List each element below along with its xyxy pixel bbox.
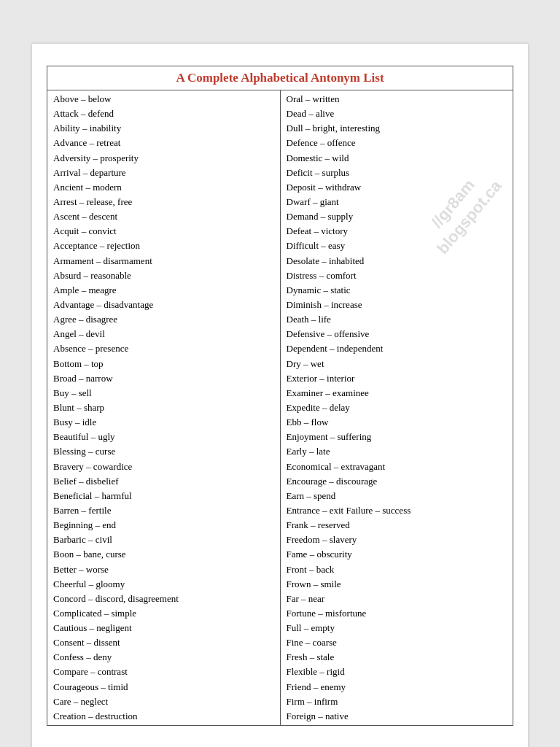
list-item: Ebb – flow bbox=[287, 415, 508, 430]
list-item: Care – neglect bbox=[53, 694, 274, 709]
list-item: Consent – dissent bbox=[53, 635, 274, 650]
list-item: Friend – enemy bbox=[287, 680, 508, 694]
list-item: Boon – bane, curse bbox=[53, 547, 274, 562]
list-item: Confess – deny bbox=[53, 650, 274, 665]
list-item: Defeat – victory bbox=[287, 224, 508, 239]
list-item: Entrance – exit Failure – success bbox=[287, 503, 508, 518]
list-item: Deposit – withdraw bbox=[287, 180, 508, 195]
list-item: Ample – meagre bbox=[53, 283, 274, 298]
list-item: Bottom – top bbox=[53, 357, 274, 371]
page-title: A Complete Alphabetical Antonym List bbox=[47, 66, 513, 90]
list-item: Economical – extravagant bbox=[287, 460, 508, 474]
list-item: Broad – narrow bbox=[53, 371, 274, 386]
list-item: Full – empty bbox=[287, 621, 508, 635]
list-item: Agree – disagree bbox=[53, 312, 274, 327]
list-item: Early – late bbox=[287, 444, 508, 459]
list-item: Acceptance – rejection bbox=[53, 239, 274, 253]
list-item: Deficit – surplus bbox=[287, 166, 508, 180]
list-item: Encourage – discourage bbox=[287, 474, 508, 489]
list-item: Far – near bbox=[287, 592, 508, 606]
list-item: Buy – sell bbox=[53, 386, 274, 400]
table-columns: Above – belowAttack – defendAbility – in… bbox=[47, 90, 513, 725]
list-item: Courageous – timid bbox=[53, 680, 274, 694]
list-item: Distress – comfort bbox=[287, 268, 508, 283]
list-item: Dry – wet bbox=[287, 357, 508, 371]
list-item: Defensive – offensive bbox=[287, 327, 508, 341]
left-column: Above – belowAttack – defendAbility – in… bbox=[47, 90, 281, 725]
list-item: Fortune – misfortune bbox=[287, 606, 508, 621]
list-item: Bravery – cowardice bbox=[53, 460, 274, 474]
list-item: Enjoyment – suffering bbox=[287, 430, 508, 444]
list-item: Adversity – prosperity bbox=[53, 151, 274, 166]
list-item: Attack – defend bbox=[53, 107, 274, 121]
list-item: Cheerful – gloomy bbox=[53, 577, 274, 592]
list-item: Beautiful – ugly bbox=[53, 430, 274, 444]
list-item: Acquit – convict bbox=[53, 224, 274, 239]
list-item: Fame – obscurity bbox=[287, 547, 508, 562]
list-item: Freedom – slavery bbox=[287, 533, 508, 547]
list-item: Foreign – native bbox=[287, 709, 508, 724]
list-item: Diminish – increase bbox=[287, 298, 508, 312]
list-item: Angel – devil bbox=[53, 327, 274, 341]
list-item: Arrival – departure bbox=[53, 166, 274, 180]
list-item: Exterior – interior bbox=[287, 371, 508, 386]
list-item: Compare – contrast bbox=[53, 665, 274, 679]
list-item: Advance – retreat bbox=[53, 136, 274, 150]
list-item: Absence – presence bbox=[53, 341, 274, 356]
list-item: Difficult – easy bbox=[287, 239, 508, 253]
list-item: Earn – spend bbox=[287, 489, 508, 503]
list-item: Armament – disarmament bbox=[53, 254, 274, 268]
list-item: Dependent – independent bbox=[287, 341, 508, 356]
list-item: Barren – fertile bbox=[53, 503, 274, 518]
list-item: Oral – written bbox=[287, 92, 508, 107]
list-item: Ascent – descent bbox=[53, 209, 274, 224]
list-item: Blessing – curse bbox=[53, 444, 274, 459]
list-item: Ability – inability bbox=[53, 121, 274, 136]
list-item: Expedite – delay bbox=[287, 400, 508, 415]
list-item: Fine – coarse bbox=[287, 635, 508, 650]
page: //gr8amblogspot.ca A Complete Alphabetic… bbox=[32, 44, 528, 747]
list-item: Frown – smile bbox=[287, 577, 508, 592]
list-item: Beneficial – harmful bbox=[53, 489, 274, 503]
list-item: Firm – infirm bbox=[287, 694, 508, 709]
list-item: Barbaric – civil bbox=[53, 533, 274, 547]
list-item: Examiner – examinee bbox=[287, 386, 508, 400]
list-item: Death – life bbox=[287, 312, 508, 327]
list-item: Concord – discord, disagreement bbox=[53, 592, 274, 606]
list-item: Dwarf – giant bbox=[287, 195, 508, 209]
list-item: Dull – bright, interesting bbox=[287, 121, 508, 136]
list-item: Defence – offence bbox=[287, 136, 508, 150]
list-item: Belief – disbelief bbox=[53, 474, 274, 489]
list-item: Advantage – disadvantage bbox=[53, 298, 274, 312]
list-item: Creation – destruction bbox=[53, 709, 274, 724]
list-item: Desolate – inhabited bbox=[287, 254, 508, 268]
list-item: Dynamic – static bbox=[287, 283, 508, 298]
list-item: Complicated – simple bbox=[53, 606, 274, 621]
list-item: Dead – alive bbox=[287, 107, 508, 121]
list-item: Blunt – sharp bbox=[53, 400, 274, 415]
list-item: Arrest – release, free bbox=[53, 195, 274, 209]
list-item: Ancient – modern bbox=[53, 180, 274, 195]
list-item: Frank – reserved bbox=[287, 518, 508, 533]
list-item: Front – back bbox=[287, 562, 508, 577]
list-item: Demand – supply bbox=[287, 209, 508, 224]
list-item: Flexible – rigid bbox=[287, 665, 508, 679]
list-item: Cautious – negligent bbox=[53, 621, 274, 635]
list-item: Busy – idle bbox=[53, 415, 274, 430]
list-item: Beginning – end bbox=[53, 518, 274, 533]
list-item: Absurd – reasonable bbox=[53, 268, 274, 283]
list-item: Above – below bbox=[53, 92, 274, 107]
antonym-table: Above – belowAttack – defendAbility – in… bbox=[47, 90, 513, 726]
list-item: Better – worse bbox=[53, 562, 274, 577]
list-item: Domestic – wild bbox=[287, 151, 508, 166]
list-item: Fresh – stale bbox=[287, 650, 508, 665]
right-column: Oral – writtenDead – aliveDull – bright,… bbox=[281, 90, 513, 725]
